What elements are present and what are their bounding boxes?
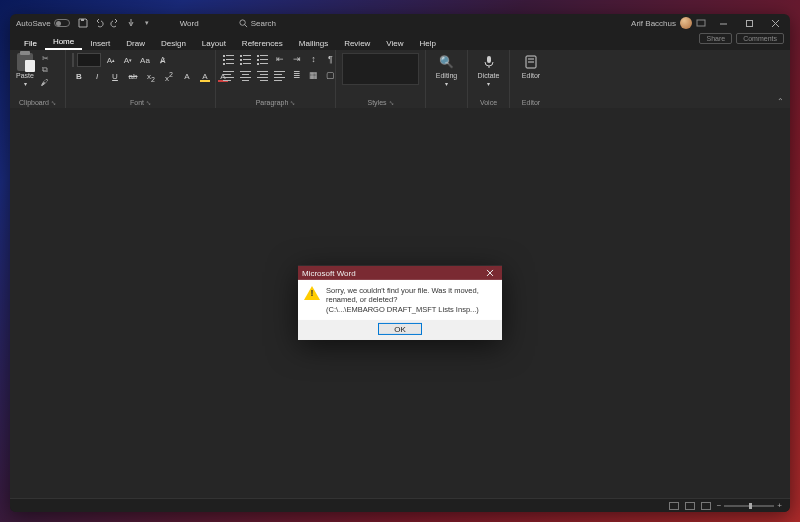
comments-button[interactable]: Comments bbox=[736, 33, 784, 44]
editor-icon bbox=[522, 53, 540, 71]
italic-button[interactable]: I bbox=[90, 72, 104, 81]
font-size-selector[interactable] bbox=[77, 53, 101, 67]
warning-icon bbox=[304, 286, 320, 302]
sort-button[interactable]: ↕ bbox=[307, 53, 320, 65]
text-effects-button[interactable]: A bbox=[180, 72, 194, 81]
status-bar: − + bbox=[10, 498, 790, 512]
svg-rect-0 bbox=[81, 19, 84, 21]
grow-font-button[interactable]: A▴ bbox=[104, 53, 118, 67]
redo-icon[interactable] bbox=[110, 18, 120, 28]
bold-button[interactable]: B bbox=[72, 72, 86, 81]
underline-button[interactable]: U bbox=[108, 72, 122, 81]
zoom-in-button[interactable]: + bbox=[777, 501, 782, 510]
tab-file[interactable]: File bbox=[16, 36, 45, 50]
dialog-title: Microsoft Word bbox=[302, 268, 356, 277]
increase-indent-button[interactable]: ⇥ bbox=[290, 53, 303, 65]
justify-button[interactable] bbox=[273, 69, 286, 81]
dictate-button[interactable]: Dictate ▾ bbox=[474, 53, 503, 87]
change-case-button[interactable]: Aa bbox=[138, 53, 152, 67]
ribbon-display-icon[interactable] bbox=[696, 18, 706, 28]
account-info[interactable]: Arif Bacchus bbox=[631, 17, 692, 29]
dialog-launcher-icon[interactable]: ⤡ bbox=[290, 99, 295, 106]
collapse-ribbon-icon[interactable]: ⌃ bbox=[777, 97, 784, 106]
user-name: Arif Bacchus bbox=[631, 19, 676, 28]
tab-design[interactable]: Design bbox=[153, 36, 194, 50]
read-mode-icon[interactable] bbox=[669, 502, 679, 510]
qat-customize-icon[interactable]: ▾ bbox=[142, 18, 152, 28]
dialog-launcher-icon[interactable]: ⤡ bbox=[389, 99, 394, 106]
tab-draw[interactable]: Draw bbox=[118, 36, 153, 50]
align-left-button[interactable] bbox=[222, 69, 235, 81]
minimize-button[interactable] bbox=[710, 14, 736, 32]
tab-insert[interactable]: Insert bbox=[82, 36, 118, 50]
search-box[interactable]: Search bbox=[239, 19, 631, 28]
format-painter-icon[interactable]: 🖌 bbox=[39, 77, 51, 87]
subscript-button[interactable]: x2 bbox=[144, 72, 158, 83]
close-button[interactable] bbox=[762, 14, 788, 32]
dialog-close-button[interactable] bbox=[482, 266, 498, 280]
highlight-button[interactable]: A bbox=[198, 72, 212, 81]
group-editor: Editor Editor bbox=[510, 50, 552, 108]
save-icon[interactable] bbox=[78, 18, 88, 28]
ribbon-tabs: File Home Insert Draw Design Layout Refe… bbox=[10, 32, 790, 50]
group-voice: Dictate ▾ Voice bbox=[468, 50, 510, 108]
line-spacing-button[interactable]: ≣ bbox=[290, 69, 303, 81]
share-button[interactable]: Share bbox=[699, 33, 732, 44]
autosave-toggle[interactable]: AutoSave bbox=[12, 19, 70, 28]
editing-button[interactable]: 🔍 Editing ▾ bbox=[432, 53, 461, 87]
paste-button[interactable]: Paste ▾ bbox=[16, 53, 34, 87]
zoom-out-button[interactable]: − bbox=[717, 501, 722, 510]
multilevel-list-button[interactable] bbox=[256, 53, 269, 65]
web-layout-icon[interactable] bbox=[701, 502, 711, 510]
tab-home[interactable]: Home bbox=[45, 34, 82, 50]
find-icon: 🔍 bbox=[438, 53, 456, 71]
maximize-button[interactable] bbox=[736, 14, 762, 32]
editor-button[interactable]: Editor bbox=[516, 53, 546, 79]
toggle-off-icon bbox=[54, 19, 70, 27]
align-center-button[interactable] bbox=[239, 69, 252, 81]
numbering-button[interactable] bbox=[239, 53, 252, 65]
clipboard-icon bbox=[17, 53, 33, 71]
undo-icon[interactable] bbox=[94, 18, 104, 28]
svg-rect-5 bbox=[746, 20, 752, 26]
error-dialog: Microsoft Word Sorry, we couldn't find y… bbox=[298, 266, 502, 340]
cut-icon[interactable]: ✂ bbox=[39, 53, 51, 63]
zoom-control[interactable]: − + bbox=[717, 501, 782, 510]
tab-help[interactable]: Help bbox=[412, 36, 444, 50]
dialog-launcher-icon[interactable]: ⤡ bbox=[51, 99, 56, 106]
touch-mode-icon[interactable] bbox=[126, 18, 136, 28]
dialog-launcher-icon[interactable]: ⤡ bbox=[146, 99, 151, 106]
print-layout-icon[interactable] bbox=[685, 502, 695, 510]
dialog-message: Sorry, we couldn't find your file. Was i… bbox=[326, 286, 496, 314]
document-title: Word bbox=[180, 19, 199, 28]
avatar-icon bbox=[680, 17, 692, 29]
group-clipboard: Paste ▾ ✂ ⧉ 🖌 Clipboard⤡ bbox=[10, 50, 66, 108]
group-paragraph: ⇤ ⇥ ↕ ¶ ≣ ▦ ▢ Paragraph⤡ bbox=[216, 50, 336, 108]
tab-review[interactable]: Review bbox=[336, 36, 378, 50]
group-editing: 🔍 Editing ▾ bbox=[426, 50, 468, 108]
align-right-button[interactable] bbox=[256, 69, 269, 81]
strikethrough-button[interactable]: ab bbox=[126, 72, 140, 81]
tab-view[interactable]: View bbox=[378, 36, 411, 50]
shrink-font-button[interactable]: A▾ bbox=[121, 53, 135, 67]
bullets-button[interactable] bbox=[222, 53, 235, 65]
clear-formatting-button[interactable]: A̷ bbox=[155, 53, 169, 67]
tab-mailings[interactable]: Mailings bbox=[291, 36, 336, 50]
document-canvas[interactable]: Microsoft Word Sorry, we couldn't find y… bbox=[10, 108, 790, 498]
copy-icon[interactable]: ⧉ bbox=[39, 65, 51, 75]
tab-layout[interactable]: Layout bbox=[194, 36, 234, 50]
decrease-indent-button[interactable]: ⇤ bbox=[273, 53, 286, 65]
font-name-selector[interactable] bbox=[72, 53, 74, 67]
superscript-button[interactable]: x2 bbox=[162, 71, 176, 83]
group-font: A▴ A▾ Aa A̷ B I U ab x2 x2 A A A Font⤡ bbox=[66, 50, 216, 108]
microphone-icon bbox=[480, 53, 498, 71]
autosave-label: AutoSave bbox=[16, 19, 51, 28]
tab-references[interactable]: References bbox=[234, 36, 291, 50]
styles-gallery[interactable] bbox=[342, 53, 419, 85]
search-placeholder: Search bbox=[251, 19, 276, 28]
app-window: AutoSave ▾ Word Search Arif Bacchus File bbox=[10, 14, 790, 512]
dialog-titlebar[interactable]: Microsoft Word bbox=[298, 266, 502, 280]
zoom-slider[interactable] bbox=[724, 505, 774, 507]
shading-button[interactable]: ▦ bbox=[307, 69, 320, 81]
ok-button[interactable]: OK bbox=[378, 323, 422, 335]
